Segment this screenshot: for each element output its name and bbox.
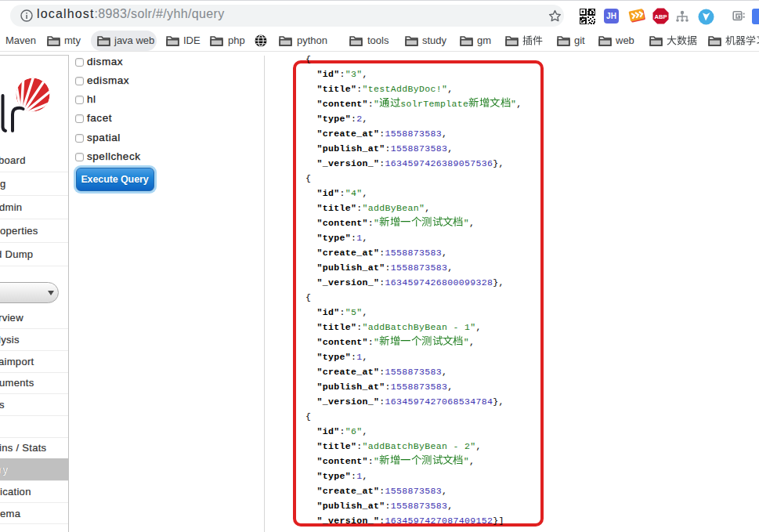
svg-text:ABP: ABP bbox=[654, 13, 667, 20]
